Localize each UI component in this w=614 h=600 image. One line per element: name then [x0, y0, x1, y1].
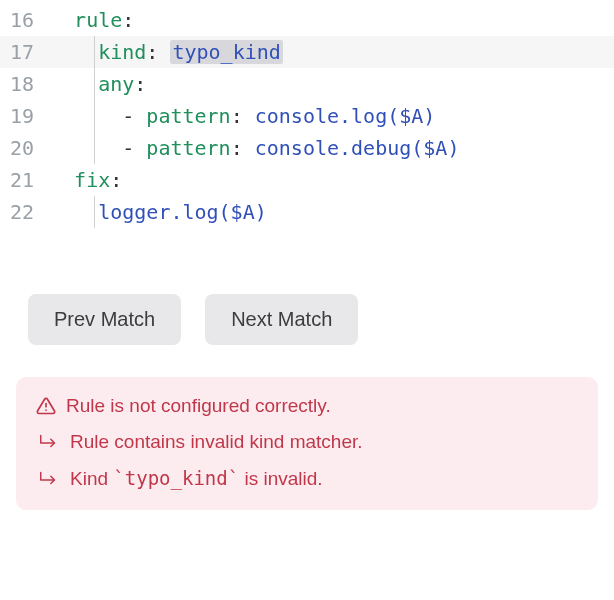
code-content[interactable]: logger.log($A) [50, 196, 614, 228]
line-number: 22 [0, 196, 50, 228]
error-sub-1: Rule contains invalid kind matcher. [36, 431, 578, 453]
code-line[interactable]: 19 - pattern: console.log($A) [0, 100, 614, 132]
code-content[interactable]: rule: [50, 4, 614, 36]
line-number: 18 [0, 68, 50, 100]
line-number: 16 [0, 4, 50, 36]
error-sub-2: Kind `typo_kind` is invalid. [36, 467, 578, 490]
error-sub-2-text: Kind `typo_kind` is invalid. [70, 467, 323, 490]
error-panel: Rule is not configured correctly. Rule c… [16, 377, 598, 510]
error-sub-1-text: Rule contains invalid kind matcher. [70, 431, 363, 453]
code-line[interactable]: 21 fix: [0, 164, 614, 196]
code-content[interactable]: any: [50, 68, 614, 100]
error-kind-code: `typo_kind` [113, 467, 239, 489]
prev-match-button[interactable]: Prev Match [28, 294, 181, 345]
code-line[interactable]: 18 any: [0, 68, 614, 100]
line-number: 21 [0, 164, 50, 196]
code-line[interactable]: 20 - pattern: console.debug($A) [0, 132, 614, 164]
error-main: Rule is not configured correctly. [36, 395, 578, 417]
line-number: 20 [0, 132, 50, 164]
warning-icon [36, 396, 56, 416]
code-line[interactable]: 17 kind: typo_kind [0, 36, 614, 68]
indent-guide [94, 36, 95, 68]
line-number: 19 [0, 100, 50, 132]
code-editor[interactable]: 16 rule:17 kind: typo_kind18 any:19 - pa… [0, 0, 614, 228]
indent-guide [94, 68, 95, 100]
indent-guide [94, 132, 95, 164]
indent-guide [94, 100, 95, 132]
reply-arrow-icon [38, 470, 60, 488]
code-content[interactable]: kind: typo_kind [50, 36, 614, 68]
line-number: 17 [0, 36, 50, 68]
button-row: Prev Match Next Match [28, 294, 586, 345]
code-line[interactable]: 16 rule: [0, 4, 614, 36]
next-match-button[interactable]: Next Match [205, 294, 358, 345]
code-content[interactable]: - pattern: console.log($A) [50, 100, 614, 132]
code-content[interactable]: fix: [50, 164, 614, 196]
reply-arrow-icon [38, 433, 60, 451]
indent-guide [94, 196, 95, 228]
error-main-text: Rule is not configured correctly. [66, 395, 331, 417]
controls-panel: Prev Match Next Match [0, 276, 614, 357]
code-content[interactable]: - pattern: console.debug($A) [50, 132, 614, 164]
code-line[interactable]: 22 logger.log($A) [0, 196, 614, 228]
